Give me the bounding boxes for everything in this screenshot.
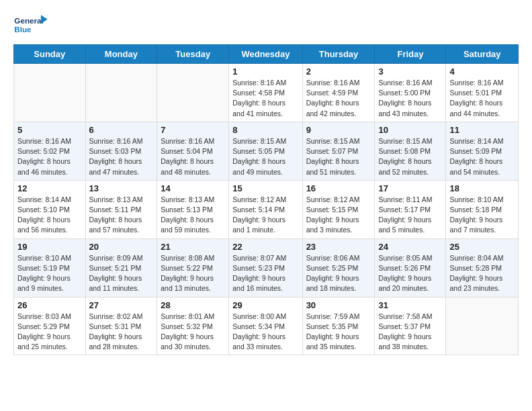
day-info: Sunrise: 8:14 AM Sunset: 5:09 PM Dayligh… — [449, 136, 515, 177]
calendar-cell: 11Sunrise: 8:14 AM Sunset: 5:09 PM Dayli… — [446, 122, 519, 180]
day-info: Sunrise: 8:16 AM Sunset: 4:58 PM Dayligh… — [232, 78, 298, 119]
day-number: 20 — [89, 242, 154, 252]
day-number: 7 — [161, 125, 225, 135]
day-info: Sunrise: 8:10 AM Sunset: 5:19 PM Dayligh… — [17, 253, 82, 294]
day-number: 25 — [449, 242, 515, 252]
day-info: Sunrise: 8:12 AM Sunset: 5:15 PM Dayligh… — [306, 195, 371, 236]
weekday-header: Thursday — [302, 45, 375, 64]
calendar-cell: 2Sunrise: 8:16 AM Sunset: 4:59 PM Daylig… — [302, 64, 375, 122]
day-info: Sunrise: 8:13 AM Sunset: 5:13 PM Dayligh… — [161, 195, 225, 236]
day-info: Sunrise: 8:16 AM Sunset: 5:00 PM Dayligh… — [378, 78, 442, 119]
day-number: 8 — [232, 125, 298, 135]
calendar-cell: 19Sunrise: 8:10 AM Sunset: 5:19 PM Dayli… — [14, 238, 86, 297]
day-number: 2 — [306, 66, 371, 77]
day-number: 23 — [306, 242, 371, 252]
calendar-cell: 18Sunrise: 8:10 AM Sunset: 5:18 PM Dayli… — [446, 180, 519, 238]
day-number: 11 — [449, 125, 515, 135]
day-info: Sunrise: 8:16 AM Sunset: 5:01 PM Dayligh… — [449, 78, 515, 119]
day-number: 29 — [232, 300, 298, 310]
day-number: 14 — [161, 183, 225, 193]
weekday-header: Saturday — [446, 45, 519, 64]
day-info: Sunrise: 8:05 AM Sunset: 5:26 PM Dayligh… — [378, 253, 442, 294]
day-number: 12 — [17, 183, 82, 193]
day-number: 18 — [449, 183, 515, 193]
logo: General Blue — [13, 11, 48, 36]
calendar-week-row: 12Sunrise: 8:14 AM Sunset: 5:10 PM Dayli… — [14, 180, 519, 238]
svg-text:General: General — [14, 16, 44, 25]
svg-text:Blue: Blue — [14, 25, 32, 34]
day-number: 30 — [306, 300, 371, 310]
day-number: 31 — [378, 300, 442, 310]
calendar-cell: 9Sunrise: 8:15 AM Sunset: 5:07 PM Daylig… — [302, 122, 375, 180]
day-info: Sunrise: 8:10 AM Sunset: 5:18 PM Dayligh… — [449, 195, 515, 236]
day-number: 10 — [378, 125, 442, 135]
day-info: Sunrise: 8:15 AM Sunset: 5:08 PM Dayligh… — [378, 136, 442, 177]
svg-marker-1 — [41, 15, 48, 24]
day-number: 15 — [232, 183, 298, 193]
calendar-cell: 25Sunrise: 8:04 AM Sunset: 5:28 PM Dayli… — [446, 238, 519, 297]
day-number: 9 — [306, 125, 371, 135]
calendar-cell: 24Sunrise: 8:05 AM Sunset: 5:26 PM Dayli… — [375, 238, 446, 297]
day-number: 26 — [17, 300, 82, 310]
day-info: Sunrise: 8:02 AM Sunset: 5:31 PM Dayligh… — [89, 312, 154, 353]
calendar-week-row: 26Sunrise: 8:03 AM Sunset: 5:29 PM Dayli… — [14, 297, 519, 355]
calendar-body: 1Sunrise: 8:16 AM Sunset: 4:58 PM Daylig… — [14, 64, 519, 355]
day-info: Sunrise: 8:01 AM Sunset: 5:32 PM Dayligh… — [161, 312, 225, 353]
day-info: Sunrise: 8:16 AM Sunset: 4:59 PM Dayligh… — [306, 78, 371, 119]
calendar-cell: 22Sunrise: 8:07 AM Sunset: 5:23 PM Dayli… — [229, 238, 302, 297]
day-number: 17 — [378, 183, 442, 193]
day-number: 1 — [232, 66, 298, 77]
weekday-header: Wednesday — [229, 45, 302, 64]
calendar-cell: 21Sunrise: 8:08 AM Sunset: 5:22 PM Dayli… — [157, 238, 229, 297]
calendar-cell: 30Sunrise: 7:59 AM Sunset: 5:35 PM Dayli… — [302, 297, 375, 355]
day-info: Sunrise: 7:59 AM Sunset: 5:35 PM Dayligh… — [306, 312, 371, 353]
calendar-cell: 3Sunrise: 8:16 AM Sunset: 5:00 PM Daylig… — [375, 64, 446, 122]
calendar-cell: 5Sunrise: 8:16 AM Sunset: 5:02 PM Daylig… — [14, 122, 86, 180]
calendar-week-row: 19Sunrise: 8:10 AM Sunset: 5:19 PM Dayli… — [14, 238, 519, 297]
day-info: Sunrise: 8:16 AM Sunset: 5:02 PM Dayligh… — [17, 136, 82, 177]
calendar-cell: 1Sunrise: 8:16 AM Sunset: 4:58 PM Daylig… — [229, 64, 302, 122]
day-number: 21 — [161, 242, 225, 252]
calendar-cell: 31Sunrise: 7:58 AM Sunset: 5:37 PM Dayli… — [375, 297, 446, 355]
calendar-cell: 27Sunrise: 8:02 AM Sunset: 5:31 PM Dayli… — [85, 297, 157, 355]
day-number: 27 — [89, 300, 154, 310]
page: General Blue SundayMondayTuesdayWednesda… — [0, 0, 532, 366]
day-info: Sunrise: 7:58 AM Sunset: 5:37 PM Dayligh… — [378, 312, 442, 353]
day-number: 4 — [449, 66, 515, 77]
day-info: Sunrise: 8:03 AM Sunset: 5:29 PM Dayligh… — [17, 312, 82, 353]
calendar-cell — [446, 297, 519, 355]
calendar-cell: 15Sunrise: 8:12 AM Sunset: 5:14 PM Dayli… — [229, 180, 302, 238]
calendar-header-row: SundayMondayTuesdayWednesdayThursdayFrid… — [14, 45, 519, 64]
logo-svg: General Blue — [13, 11, 48, 36]
day-info: Sunrise: 8:15 AM Sunset: 5:07 PM Dayligh… — [306, 136, 371, 177]
weekday-header: Friday — [375, 45, 446, 64]
weekday-header: Tuesday — [157, 45, 229, 64]
day-info: Sunrise: 8:07 AM Sunset: 5:23 PM Dayligh… — [232, 253, 298, 294]
calendar-cell: 23Sunrise: 8:06 AM Sunset: 5:25 PM Dayli… — [302, 238, 375, 297]
day-info: Sunrise: 8:08 AM Sunset: 5:22 PM Dayligh… — [161, 253, 225, 294]
calendar-cell: 17Sunrise: 8:11 AM Sunset: 5:17 PM Dayli… — [375, 180, 446, 238]
calendar-week-row: 1Sunrise: 8:16 AM Sunset: 4:58 PM Daylig… — [14, 64, 519, 122]
calendar-cell: 8Sunrise: 8:15 AM Sunset: 5:05 PM Daylig… — [229, 122, 302, 180]
day-info: Sunrise: 8:12 AM Sunset: 5:14 PM Dayligh… — [232, 195, 298, 236]
calendar-cell: 13Sunrise: 8:13 AM Sunset: 5:11 PM Dayli… — [85, 180, 157, 238]
day-info: Sunrise: 8:16 AM Sunset: 5:04 PM Dayligh… — [161, 136, 225, 177]
calendar-week-row: 5Sunrise: 8:16 AM Sunset: 5:02 PM Daylig… — [14, 122, 519, 180]
calendar-cell: 6Sunrise: 8:16 AM Sunset: 5:03 PM Daylig… — [85, 122, 157, 180]
day-info: Sunrise: 8:04 AM Sunset: 5:28 PM Dayligh… — [449, 253, 515, 294]
calendar-cell: 29Sunrise: 8:00 AM Sunset: 5:34 PM Dayli… — [229, 297, 302, 355]
day-info: Sunrise: 8:14 AM Sunset: 5:10 PM Dayligh… — [17, 195, 82, 236]
day-info: Sunrise: 8:16 AM Sunset: 5:03 PM Dayligh… — [89, 136, 154, 177]
day-info: Sunrise: 8:09 AM Sunset: 5:21 PM Dayligh… — [89, 253, 154, 294]
calendar-cell: 14Sunrise: 8:13 AM Sunset: 5:13 PM Dayli… — [157, 180, 229, 238]
day-info: Sunrise: 8:13 AM Sunset: 5:11 PM Dayligh… — [89, 195, 154, 236]
day-number: 19 — [17, 242, 82, 252]
day-info: Sunrise: 8:11 AM Sunset: 5:17 PM Dayligh… — [378, 195, 442, 236]
calendar-cell — [85, 64, 157, 122]
calendar-cell: 12Sunrise: 8:14 AM Sunset: 5:10 PM Dayli… — [14, 180, 86, 238]
day-number: 22 — [232, 242, 298, 252]
calendar-cell: 7Sunrise: 8:16 AM Sunset: 5:04 PM Daylig… — [157, 122, 229, 180]
calendar-cell: 20Sunrise: 8:09 AM Sunset: 5:21 PM Dayli… — [85, 238, 157, 297]
calendar: SundayMondayTuesdayWednesdayThursdayFrid… — [13, 44, 519, 355]
calendar-cell: 16Sunrise: 8:12 AM Sunset: 5:15 PM Dayli… — [302, 180, 375, 238]
